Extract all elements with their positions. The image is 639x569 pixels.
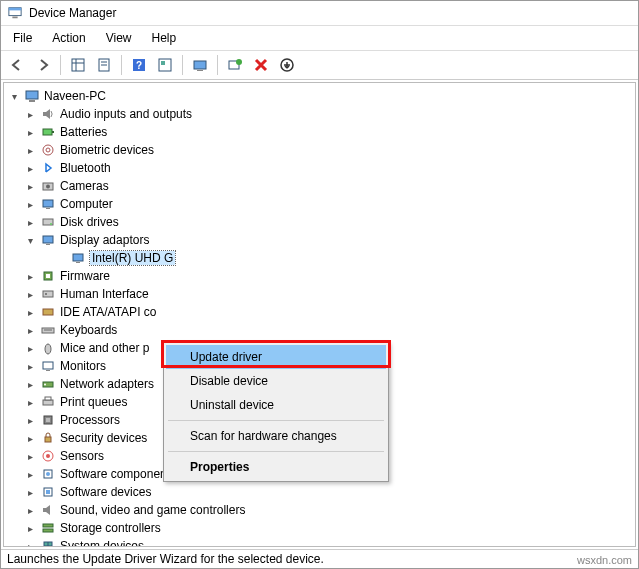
tree-category[interactable]: ▸Human Interface (6, 285, 633, 303)
menu-help[interactable]: Help (144, 28, 185, 48)
svg-rect-30 (43, 236, 53, 243)
svg-point-29 (50, 223, 52, 225)
tree-category[interactable]: ▸Firmware (6, 267, 633, 285)
expand-icon[interactable]: ▸ (24, 432, 36, 444)
svg-rect-19 (29, 100, 35, 102)
camera-icon (40, 178, 56, 194)
context-menu-item[interactable]: Disable device (166, 369, 386, 393)
expand-icon[interactable]: ▸ (24, 342, 36, 354)
svg-rect-57 (43, 524, 53, 527)
toolbar-separator (182, 55, 183, 75)
tree-category[interactable]: ▸Disk drives (6, 213, 633, 231)
display-icon (40, 232, 56, 248)
svg-rect-58 (43, 529, 53, 532)
toolbar-separator (121, 55, 122, 75)
sound-icon (40, 502, 56, 518)
context-menu-separator (168, 451, 384, 452)
status-bar: Launches the Update Driver Wizard for th… (1, 549, 638, 568)
tree-category-label: Computer (60, 197, 113, 211)
tree-root[interactable]: ▾ Naveen-PC (6, 87, 633, 105)
mouse-icon (40, 340, 56, 356)
toolbar-forward-button[interactable] (31, 53, 55, 77)
firmware-icon (40, 268, 56, 284)
expand-icon[interactable]: ▸ (24, 198, 36, 210)
storage-icon (40, 520, 56, 536)
tree-device-label: Intel(R) UHD G (90, 251, 175, 265)
tree-category[interactable]: ▸Software devices (6, 483, 633, 501)
system-icon (40, 538, 56, 547)
toolbar-separator (217, 55, 218, 75)
tree-category[interactable]: ▸System devices (6, 537, 633, 547)
expand-icon[interactable]: ▸ (24, 270, 36, 282)
tree-category[interactable]: ▸Batteries (6, 123, 633, 141)
tree-category-label: System devices (60, 539, 144, 547)
watermark: wsxdn.com (577, 554, 632, 566)
tree-category[interactable]: ▸Computer (6, 195, 633, 213)
menu-view[interactable]: View (98, 28, 140, 48)
menu-file[interactable]: File (5, 28, 40, 48)
menu-action[interactable]: Action (44, 28, 93, 48)
toolbar-update-driver-button[interactable] (188, 53, 212, 77)
expand-icon[interactable]: ▸ (24, 360, 36, 372)
toolbar-action-button[interactable] (153, 53, 177, 77)
tree-category[interactable]: ▾Display adaptors (6, 231, 633, 249)
collapse-icon[interactable]: ▾ (8, 90, 20, 102)
tree-category[interactable]: ▸IDE ATA/ATAPI co (6, 303, 633, 321)
toolbar-scan-button[interactable] (223, 53, 247, 77)
svg-rect-12 (161, 61, 165, 65)
svg-rect-31 (46, 244, 50, 245)
expand-icon[interactable]: ▸ (24, 486, 36, 498)
tree-category-label: Sensors (60, 449, 104, 463)
expand-icon[interactable]: ▸ (24, 216, 36, 228)
expand-icon[interactable]: ▸ (24, 540, 36, 547)
expand-icon[interactable]: ▸ (24, 306, 36, 318)
expand-icon[interactable]: ▸ (24, 162, 36, 174)
expand-icon[interactable]: ▸ (24, 324, 36, 336)
expand-icon[interactable]: ▸ (24, 288, 36, 300)
tree-category[interactable]: ▸Sound, video and game controllers (6, 501, 633, 519)
svg-rect-32 (73, 254, 83, 261)
context-menu-item[interactable]: Scan for hardware changes (166, 424, 386, 448)
collapse-icon[interactable]: ▾ (24, 234, 36, 246)
tree-category[interactable]: ▸Audio inputs and outputs (6, 105, 633, 123)
svg-rect-18 (26, 91, 38, 99)
tree-category[interactable]: ▸Bluetooth (6, 159, 633, 177)
expand-icon[interactable]: ▸ (24, 522, 36, 534)
expand-icon[interactable]: ▸ (24, 144, 36, 156)
tree-category[interactable]: ▸Biometric devices (6, 141, 633, 159)
svg-point-45 (44, 384, 46, 386)
tree-category-label: Bluetooth (60, 161, 111, 175)
expand-icon[interactable]: ▸ (24, 180, 36, 192)
device-tree[interactable]: ▾ Naveen-PC ▸Audio inputs and outputs▸Ba… (3, 82, 636, 547)
toolbar-detail-view-button[interactable] (66, 53, 90, 77)
tree-category[interactable]: ▸Keyboards (6, 321, 633, 339)
toolbar-back-button[interactable] (5, 53, 29, 77)
expand-icon[interactable]: ▸ (24, 414, 36, 426)
tree-category[interactable]: ▸Cameras (6, 177, 633, 195)
expand-icon[interactable]: ▸ (24, 108, 36, 120)
disk-icon (40, 214, 56, 230)
toolbar-uninstall-button[interactable] (249, 53, 273, 77)
expand-icon[interactable]: ▸ (24, 126, 36, 138)
toolbar-properties-button[interactable] (92, 53, 116, 77)
toolbar-disable-button[interactable] (275, 53, 299, 77)
tree-device[interactable]: ▸Intel(R) UHD G (6, 249, 633, 267)
svg-point-54 (46, 472, 50, 476)
context-menu-item[interactable]: Update driver (166, 345, 386, 369)
context-menu-item[interactable]: Properties (166, 455, 386, 479)
context-menu-item[interactable]: Uninstall device (166, 393, 386, 417)
svg-point-37 (45, 293, 47, 295)
expand-icon[interactable]: ▸ (24, 450, 36, 462)
network-icon (40, 376, 56, 392)
svg-rect-13 (194, 61, 206, 69)
expand-icon[interactable]: ▸ (24, 396, 36, 408)
expand-icon[interactable]: ▸ (24, 378, 36, 390)
svg-point-23 (46, 148, 50, 152)
tree-category[interactable]: ▸Storage controllers (6, 519, 633, 537)
svg-rect-26 (43, 200, 53, 207)
tree-category-label: Software devices (60, 485, 151, 499)
expand-icon[interactable]: ▸ (24, 468, 36, 480)
toolbar-help-button[interactable]: ? (127, 53, 151, 77)
tree-category-label: Monitors (60, 359, 106, 373)
expand-icon[interactable]: ▸ (24, 504, 36, 516)
